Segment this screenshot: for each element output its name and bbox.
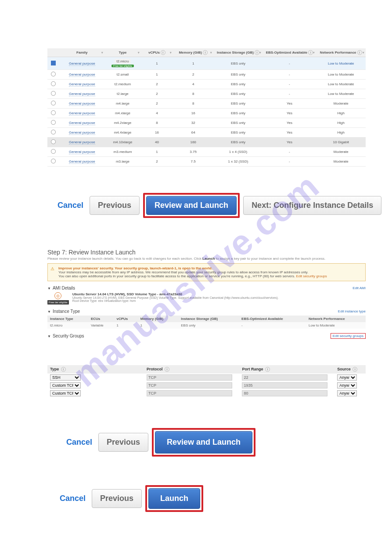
radio-icon[interactable]: [51, 120, 56, 125]
family-link[interactable]: General purpose: [69, 92, 95, 96]
port-field: [242, 374, 327, 381]
info-icon[interactable]: i: [255, 50, 259, 55]
alert-edit-sg-link[interactable]: Edit security groups: [296, 274, 327, 278]
source-select[interactable]: Anywhere: [337, 374, 357, 381]
source-select[interactable]: Anywhere: [337, 382, 357, 388]
column-header[interactable]: Network Performancei▾: [316, 48, 366, 57]
next-configure-button[interactable]: Next: Configure Instance Details: [243, 196, 381, 215]
info-icon[interactable]: i: [161, 50, 165, 55]
family-link[interactable]: General purpose: [69, 62, 95, 66]
cancel-button[interactable]: Cancel: [64, 437, 95, 447]
info-icon[interactable]: i: [203, 50, 208, 55]
instance-type-section-title: Instance Type: [53, 309, 80, 314]
radio-icon[interactable]: [51, 149, 56, 154]
previous-button[interactable]: Previous: [92, 489, 142, 508]
family-link[interactable]: General purpose: [69, 73, 95, 77]
cancel-button[interactable]: Cancel: [55, 200, 86, 210]
table-row[interactable]: General purposem4.4xlarge1664EBS onlyYes…: [47, 128, 366, 138]
edit-security-groups-link[interactable]: Edit security groups: [331, 333, 366, 339]
ami-meta: Root Device Type: ebs Virtualization typ…: [72, 299, 279, 302]
table-row[interactable]: General purposet2.large28EBS only-Low to…: [47, 89, 366, 99]
radio-icon[interactable]: [51, 110, 56, 115]
cell: 1: [114, 322, 137, 329]
ami-section-header: ▼AMI Details Edit AMI: [47, 286, 366, 290]
caret-icon: ▼: [47, 287, 51, 290]
checkbox-icon[interactable]: [51, 61, 56, 65]
table-row[interactable]: General purposet2.small12EBS only-Low to…: [47, 70, 366, 80]
step-subtitle: Please review your instance launch detai…: [47, 257, 366, 261]
info-icon[interactable]: i: [61, 367, 66, 372]
sort-icon[interactable]: ▾: [259, 51, 261, 54]
table-row[interactable]: General purposem4.2xlarge832EBS onlyYesH…: [47, 118, 366, 128]
source-select[interactable]: Anywhere: [337, 390, 357, 396]
table-row[interactable]: General purposem3.medium13.751 x 4 (SSD)…: [47, 147, 366, 157]
alert-heading: Improve your instances' security. Your s…: [58, 266, 362, 270]
sort-icon[interactable]: ▾: [313, 51, 315, 54]
family-link[interactable]: General purpose: [69, 111, 95, 116]
sort-icon[interactable]: ▾: [101, 51, 103, 54]
cancel-button[interactable]: Cancel: [57, 493, 88, 504]
sort-icon[interactable]: ▾: [363, 51, 364, 54]
table-row[interactable]: General purposem4.xlarge416EBS onlyYesHi…: [47, 109, 366, 118]
family-link[interactable]: General purpose: [69, 102, 95, 106]
radio-icon[interactable]: [51, 159, 56, 163]
step-sub-bold: Launch: [202, 257, 215, 261]
table-row[interactable]: General purposem4.10xlarge40160EBS onlyY…: [47, 138, 366, 147]
family-link[interactable]: General purpose: [69, 150, 95, 154]
table-row[interactable]: General purposet2.microFree tier eligibl…: [47, 57, 366, 70]
highlight-box: Review and Launch: [152, 428, 255, 457]
column-header[interactable]: vCPUsi▾: [141, 48, 173, 57]
table-row[interactable]: General purposem4.large28EBS onlyYesMode…: [47, 99, 366, 109]
radio-icon[interactable]: [51, 130, 56, 134]
netperf-link[interactable]: Low to Moderate: [328, 62, 354, 65]
radio-icon[interactable]: [51, 91, 56, 96]
column-header[interactable]: EBS-Optimized Availablei▾: [263, 48, 316, 57]
review-and-launch-button[interactable]: Review and Launch: [146, 196, 237, 215]
info-icon[interactable]: i: [308, 50, 313, 55]
family-link[interactable]: General purpose: [69, 131, 95, 135]
column-header: Memory (GiB): [138, 316, 179, 322]
radio-icon[interactable]: [51, 81, 56, 86]
sort-icon[interactable]: ▾: [138, 51, 140, 54]
edit-instance-type-link[interactable]: Edit instance type: [338, 309, 366, 313]
review-and-launch-button[interactable]: Review and Launch: [155, 431, 252, 453]
sort-icon[interactable]: ▾: [170, 51, 172, 54]
info-icon[interactable]: i: [165, 367, 169, 372]
caret-icon: ▼: [47, 310, 51, 314]
instance-type-table: Family▾Type▾vCPUsi▾Memory (GiB)i▾Instanc…: [47, 48, 366, 167]
column-header[interactable]: Instance Storage (GB)i▾: [213, 48, 263, 57]
table-row[interactable]: General purposem3.large27.51 x 32 (SSD)-…: [47, 157, 366, 167]
family-link[interactable]: General purpose: [69, 160, 95, 164]
column-header: EBS-Optimized Available: [239, 316, 306, 322]
column-header: vCPUs: [114, 316, 137, 322]
wizard-buttons-step6: Cancel Previous Review and Launch: [64, 428, 392, 457]
launch-button[interactable]: Launch: [148, 488, 200, 509]
instance-type-section-header: ▼Instance Type Edit instance type: [47, 309, 366, 314]
previous-button[interactable]: Previous: [98, 433, 148, 452]
instance-type-table-wrap: Family▾Type▾vCPUsi▾Memory (GiB)i▾Instanc…: [47, 48, 366, 167]
radio-icon[interactable]: [51, 72, 56, 76]
info-icon[interactable]: i: [352, 367, 357, 372]
family-link[interactable]: General purpose: [69, 140, 95, 145]
previous-button[interactable]: Previous: [90, 196, 140, 215]
rule-type-select[interactable]: SSH: [50, 374, 81, 381]
rule-type-select[interactable]: Custom TCP Rule: [50, 390, 81, 396]
info-icon[interactable]: i: [265, 367, 270, 372]
highlight-box: Launch: [145, 485, 203, 512]
column-header[interactable]: Memory (GiB)i▾: [173, 48, 214, 57]
info-icon[interactable]: i: [357, 50, 362, 55]
radio-icon[interactable]: [51, 139, 56, 144]
column-header: Instance Type: [47, 316, 88, 322]
column-header[interactable]: Family▾: [60, 48, 104, 57]
review-instance-launch: Step 7: Review Instance Launch Please re…: [47, 249, 366, 339]
table-row[interactable]: General purposet2.medium24EBS only-Low t…: [47, 80, 366, 89]
column-header[interactable]: Type▾: [104, 48, 141, 57]
radio-icon[interactable]: [51, 101, 56, 105]
sort-icon[interactable]: ▾: [210, 51, 212, 54]
family-link[interactable]: General purpose: [69, 121, 95, 125]
ami-details: ◎ Free tier eligible Ubuntu Server 14.04…: [47, 292, 366, 305]
edit-ami-link[interactable]: Edit AMI: [352, 286, 366, 290]
family-link[interactable]: General purpose: [69, 82, 95, 87]
column-header: Network Performance: [306, 316, 366, 322]
rule-type-select[interactable]: Custom TCP Rule: [50, 382, 81, 388]
